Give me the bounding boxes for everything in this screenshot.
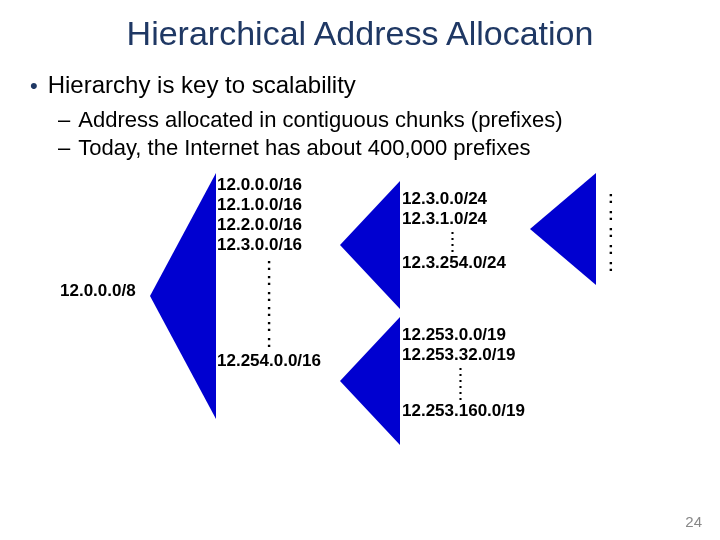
bullet-level2: – Today, the Internet has about 400,000 … xyxy=(58,135,720,161)
bullet-text: Today, the Internet has about 400,000 pr… xyxy=(78,135,530,161)
prefix-label: 12.2.0.0/16 xyxy=(217,215,321,235)
triangle-icon xyxy=(340,317,400,445)
slide-title: Hierarchical Address Allocation xyxy=(0,0,720,53)
prefix-label: 12.253.160.0/19 xyxy=(402,401,525,421)
vertical-dots-icon: :::::: xyxy=(217,257,321,349)
vertical-dots-icon: :: xyxy=(450,229,506,253)
triangle-icon xyxy=(530,173,596,285)
prefix-label: 12.0.0.0/16 xyxy=(217,175,321,195)
bullet-level2: – Address allocated in contiguous chunks… xyxy=(58,107,720,133)
bullet-list: • Hierarchy is key to scalability – Addr… xyxy=(30,71,720,161)
svg-marker-1 xyxy=(340,181,400,309)
prefix-label: 12.3.254.0/24 xyxy=(402,253,506,273)
prefix-label: 12.253.32.0/19 xyxy=(402,345,525,365)
vertical-dots-icon: ::: xyxy=(458,365,525,401)
hierarchy-diagram: 12.0.0.0/8 12.0.0.0/16 12.1.0.0/16 12.2.… xyxy=(0,175,720,475)
prefix-label: 12.253.0.0/19 xyxy=(402,325,525,345)
level2b-prefix-list: 12.253.0.0/19 12.253.32.0/19 ::: 12.253.… xyxy=(402,325,525,421)
triangle-icon xyxy=(150,173,216,419)
prefix-label: 12.3.0.0/24 xyxy=(402,189,506,209)
prefix-label: 12.1.0.0/16 xyxy=(217,195,321,215)
svg-marker-2 xyxy=(340,317,400,445)
svg-marker-3 xyxy=(530,173,596,285)
bullet-dot-icon: • xyxy=(30,75,38,97)
level2a-prefix-list: 12.3.0.0/24 12.3.1.0/24 :: 12.3.254.0/24 xyxy=(402,189,506,273)
vertical-dots-icon: ::::: xyxy=(608,189,614,274)
svg-marker-0 xyxy=(150,173,216,419)
prefix-label: 12.3.0.0/16 xyxy=(217,235,321,255)
bullet-dash-icon: – xyxy=(58,135,70,161)
prefix-label: 12.254.0.0/16 xyxy=(217,351,321,371)
level1-prefix-list: 12.0.0.0/16 12.1.0.0/16 12.2.0.0/16 12.3… xyxy=(217,175,321,371)
slide-number: 24 xyxy=(685,513,702,530)
root-prefix-label: 12.0.0.0/8 xyxy=(60,281,136,301)
bullet-text: Address allocated in contiguous chunks (… xyxy=(78,107,562,133)
bullet-dash-icon: – xyxy=(58,107,70,133)
triangle-icon xyxy=(340,181,400,309)
bullet-level1: • Hierarchy is key to scalability xyxy=(30,71,720,99)
bullet-text: Hierarchy is key to scalability xyxy=(48,71,356,99)
